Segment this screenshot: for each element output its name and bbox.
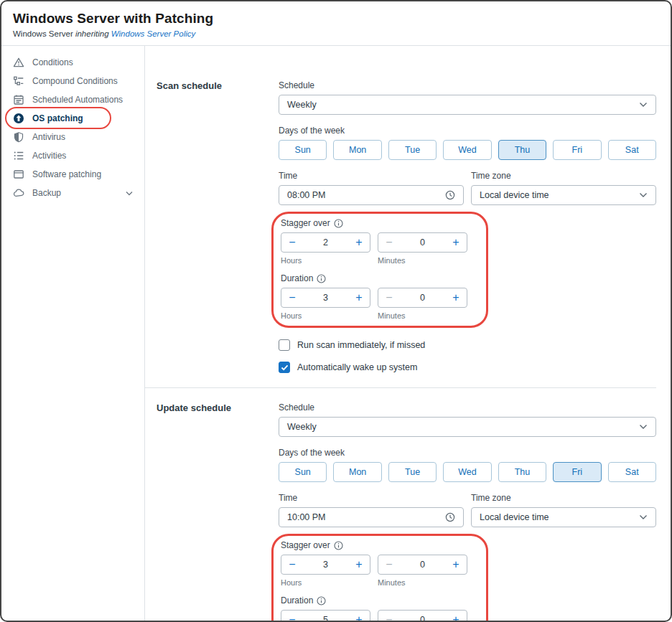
schedule-select[interactable]: Weekly: [279, 417, 656, 437]
day-button-wed[interactable]: Wed: [443, 462, 491, 482]
time-zone-value: Local device time: [480, 190, 549, 200]
main-content: Scan schedule Schedule Weekly Days of th…: [145, 46, 671, 621]
decrement-button[interactable]: −: [281, 233, 303, 252]
hours-caption: Hours: [281, 256, 370, 265]
sidebar-item-label: OS patching: [32, 113, 83, 123]
day-button-sat[interactable]: Sat: [608, 462, 656, 482]
increment-button[interactable]: +: [445, 233, 467, 252]
days-of-week-group: Sun Mon Tue Wed Thu Fri Sat: [279, 140, 656, 160]
subtitle-inheriting: inheriting: [75, 29, 111, 38]
sidebar: Conditions Compound Conditions: [1, 46, 145, 621]
duration-hours-stepper: − 5 +: [281, 610, 370, 621]
compound-conditions-icon: [13, 75, 24, 87]
increment-button[interactable]: +: [445, 555, 467, 574]
day-button-mon[interactable]: Mon: [333, 140, 381, 160]
sidebar-item-label: Activities: [32, 151, 66, 161]
check-icon: [281, 364, 289, 371]
time-input[interactable]: 10:00 PM: [279, 507, 464, 527]
window-icon: [13, 169, 24, 180]
increment-button[interactable]: +: [445, 288, 467, 307]
decrement-button[interactable]: −: [378, 611, 400, 621]
day-button-sun[interactable]: Sun: [279, 462, 327, 482]
chevron-down-icon: [639, 192, 648, 198]
day-button-sat[interactable]: Sat: [608, 140, 656, 160]
update-schedule-section: Update schedule Schedule Weekly Days of …: [157, 388, 656, 621]
day-button-wed[interactable]: Wed: [443, 140, 491, 160]
day-button-fri[interactable]: Fri: [553, 140, 601, 160]
clock-icon: [445, 190, 455, 200]
sidebar-item-os-patching[interactable]: OS patching: [1, 109, 144, 128]
decrement-button[interactable]: −: [378, 233, 400, 252]
time-value: 08:00 PM: [287, 190, 326, 200]
decrement-button[interactable]: −: [281, 611, 303, 621]
increment-button[interactable]: +: [348, 555, 370, 574]
schedule-label: Schedule: [279, 80, 656, 90]
stagger-hours-value: 3: [303, 555, 348, 574]
stagger-over-label: Stagger over: [281, 540, 330, 550]
sidebar-item-label: Scheduled Automations: [32, 95, 123, 105]
sidebar-item-label: Software patching: [32, 169, 101, 179]
increment-button[interactable]: +: [348, 288, 370, 307]
time-zone-value: Local device time: [480, 512, 549, 522]
chevron-down-icon[interactable]: [126, 191, 133, 196]
app-window: Windows Server with Patching Windows Ser…: [0, 0, 672, 622]
increment-button[interactable]: +: [348, 611, 370, 621]
wake-up-system-row: Automatically wake up system: [279, 362, 656, 373]
day-button-fri-selected[interactable]: Fri: [553, 462, 601, 482]
duration-label: Duration: [281, 595, 313, 605]
day-button-thu[interactable]: Thu: [498, 462, 546, 482]
run-scan-missed-checkbox[interactable]: [279, 339, 290, 351]
decrement-button[interactable]: −: [378, 288, 400, 307]
sidebar-item-compound-conditions[interactable]: Compound Conditions: [1, 72, 144, 90]
chevron-down-icon: [639, 102, 648, 108]
decrement-button[interactable]: −: [281, 555, 303, 574]
stagger-minutes-value: 0: [400, 555, 445, 574]
sidebar-item-label: Antivirus: [32, 132, 65, 142]
day-button-mon[interactable]: Mon: [333, 462, 381, 482]
time-zone-label: Time zone: [471, 171, 656, 181]
days-of-week-label: Days of the week: [279, 448, 656, 458]
day-button-tue[interactable]: Tue: [388, 140, 437, 160]
schedule-label: Schedule: [279, 402, 656, 413]
time-input[interactable]: 08:00 PM: [279, 185, 464, 205]
stagger-hours-stepper: − 3 +: [281, 555, 370, 575]
time-zone-label: Time zone: [471, 493, 656, 503]
stagger-minutes-stepper: − 0 +: [378, 555, 467, 575]
wake-up-system-checkbox[interactable]: [279, 362, 290, 373]
warning-icon: [13, 57, 24, 68]
increment-button[interactable]: +: [348, 233, 370, 252]
sidebar-item-scheduled-automations[interactable]: Scheduled Automations: [1, 90, 144, 109]
day-button-tue[interactable]: Tue: [388, 462, 437, 482]
chevron-down-icon: [639, 514, 648, 520]
annotation-highlight-update: Stagger over − 3 + − 0: [271, 534, 488, 621]
info-icon: [334, 541, 343, 550]
day-button-thu-selected[interactable]: Thu: [498, 140, 546, 160]
hours-caption: Hours: [281, 578, 370, 587]
sidebar-item-software-patching[interactable]: Software patching: [1, 165, 144, 184]
decrement-button[interactable]: −: [378, 555, 400, 574]
policy-link[interactable]: Windows Server Policy: [111, 29, 196, 38]
sidebar-item-activities[interactable]: Activities: [1, 146, 144, 165]
decrement-button[interactable]: −: [281, 288, 303, 307]
duration-minutes-stepper: − 0 +: [378, 610, 467, 621]
day-button-sun[interactable]: Sun: [279, 140, 327, 160]
sidebar-item-label: Backup: [32, 188, 61, 198]
chevron-down-icon: [639, 424, 648, 430]
duration-minutes-stepper: − 0 +: [378, 288, 467, 308]
time-zone-select[interactable]: Local device time: [471, 185, 656, 205]
subtitle-text: Windows Server: [13, 29, 75, 38]
duration-minutes-value: 0: [400, 611, 445, 621]
stagger-minutes-value: 0: [400, 233, 445, 252]
increment-button[interactable]: +: [445, 611, 467, 621]
sidebar-item-antivirus[interactable]: Antivirus: [1, 128, 144, 146]
stagger-minutes-stepper: − 0 +: [378, 232, 467, 253]
run-scan-missed-row: Run scan immediately, if missed: [279, 339, 656, 351]
schedule-select[interactable]: Weekly: [279, 95, 656, 115]
sidebar-item-backup[interactable]: Backup: [1, 184, 144, 202]
time-zone-select[interactable]: Local device time: [471, 507, 656, 527]
minutes-caption: Minutes: [378, 578, 467, 587]
info-icon: [317, 274, 326, 283]
info-icon: [317, 596, 326, 605]
sidebar-item-conditions[interactable]: Conditions: [1, 53, 144, 72]
time-label: Time: [279, 493, 464, 503]
